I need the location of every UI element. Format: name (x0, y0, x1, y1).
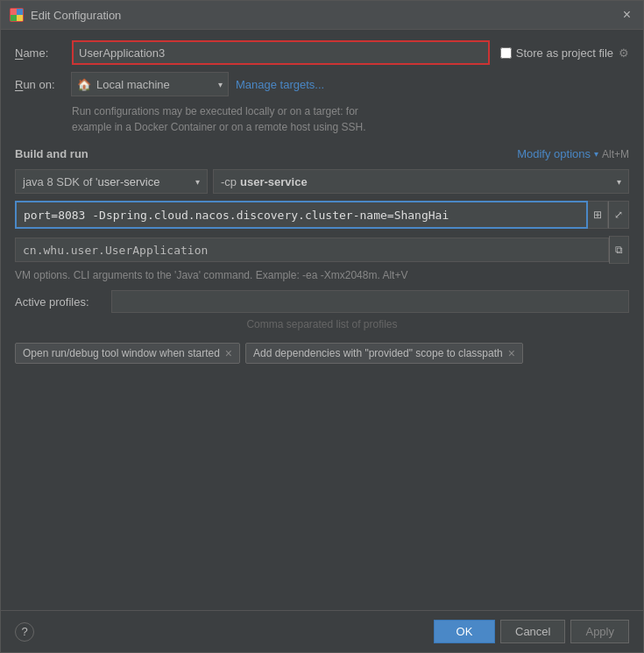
run-on-label: Run on: (15, 78, 64, 91)
dialog-title: Edit Configuration (31, 9, 121, 22)
modify-options-arrow-icon: ▾ (594, 149, 598, 159)
home-icon: 🏠 (77, 78, 91, 91)
store-project-area: Store as project file ⚙ (500, 46, 629, 60)
vm-hint: VM options. CLI arguments to the 'Java' … (15, 269, 629, 281)
edit-configuration-dialog: Edit Configuration × Name: Store as proj… (0, 0, 644, 653)
name-input[interactable] (72, 40, 490, 65)
build-run-title: Build and run (15, 147, 88, 160)
sdk-module-name: user-service (98, 175, 160, 188)
main-class-copy-button[interactable]: ⧉ (609, 236, 629, 264)
sdk-label: java 8 SDK of 'user-service (23, 175, 159, 188)
tag-label: Open run/debug tool window when started (23, 347, 220, 359)
cp-dropdown[interactable]: -cp user-service ▾ (213, 169, 629, 194)
title-bar: Edit Configuration × (1, 1, 643, 30)
active-profiles-row: Active profiles: (15, 290, 629, 313)
help-button[interactable]: ? (15, 622, 34, 642)
list-item: Open run/debug tool window when started× (15, 343, 240, 364)
sdk-dropdown[interactable]: java 8 SDK of 'user-service ▾ (15, 169, 208, 194)
cp-dropdown-arrow-icon: ▾ (617, 177, 621, 187)
tag-close-icon[interactable]: × (225, 347, 232, 359)
store-project-checkbox[interactable] (500, 47, 512, 59)
manage-targets-link[interactable]: Manage targets... (236, 78, 324, 91)
svg-rect-4 (17, 15, 23, 21)
store-project-checkbox-label[interactable]: Store as project file (500, 46, 613, 60)
dialog-content: Name: Store as project file ⚙ Run on: 🏠 … (1, 30, 643, 610)
sdk-dropdown-arrow-icon: ▾ (195, 177, 200, 187)
tag-row: Open run/debug tool window when started×… (15, 343, 629, 364)
modify-options-label: Modify options (517, 147, 591, 160)
run-on-description: Run configurations may be executed local… (72, 103, 629, 135)
app-icon (10, 8, 24, 22)
run-on-dropdown[interactable]: 🏠 Local machine ▾ (71, 72, 229, 96)
fullscreen-args-button[interactable]: ⤢ (608, 201, 629, 229)
expand-args-button[interactable]: ⊞ (588, 201, 608, 229)
run-on-row: Run on: 🏠 Local machine ▾ Manage targets… (15, 72, 629, 96)
cp-prefix: -cp (221, 175, 237, 188)
close-button[interactable]: × (619, 6, 634, 24)
active-profiles-input[interactable] (111, 290, 629, 313)
main-class-row: ⧉ (15, 236, 629, 264)
ok-button[interactable]: OK (434, 620, 495, 643)
cp-value: user-service (240, 175, 308, 188)
active-profiles-label: Active profiles: (15, 295, 111, 309)
store-project-label: Store as project file (516, 46, 613, 60)
modify-options-link[interactable]: Modify options (517, 147, 591, 160)
tag-label: Add dependencies with "provided" scope t… (253, 347, 503, 359)
name-label: Name: (15, 46, 72, 60)
sdk-row: java 8 SDK of 'user-service ▾ -cp user-s… (15, 169, 629, 194)
cancel-button[interactable]: Cancel (500, 620, 565, 643)
dialog-footer: ? OK Cancel Apply (1, 610, 643, 652)
name-row: Name: Store as project file ⚙ (15, 40, 629, 65)
list-item: Add dependencies with "provided" scope t… (245, 343, 523, 364)
profiles-hint: Comma separated list of profiles (15, 318, 629, 330)
program-args-row: ⊞ ⤢ (15, 201, 629, 229)
apply-button[interactable]: Apply (570, 620, 629, 643)
run-on-machine-label: Local machine (96, 78, 170, 91)
modify-options-area: Modify options ▾ Alt+M (517, 147, 629, 160)
svg-rect-3 (11, 15, 17, 21)
footer-left: ? (15, 622, 34, 642)
modify-options-shortcut: Alt+M (602, 148, 629, 160)
svg-rect-1 (11, 9, 17, 15)
main-class-input[interactable] (15, 238, 609, 262)
build-run-header: Build and run Modify options ▾ Alt+M (15, 147, 629, 160)
footer-right: OK Cancel Apply (434, 620, 629, 643)
dropdown-arrow-icon: ▾ (218, 80, 223, 89)
program-args-input[interactable] (15, 201, 588, 229)
title-bar-left: Edit Configuration (10, 8, 121, 22)
gear-icon[interactable]: ⚙ (619, 46, 629, 60)
tag-close-icon[interactable]: × (508, 347, 515, 359)
svg-rect-2 (17, 9, 23, 15)
